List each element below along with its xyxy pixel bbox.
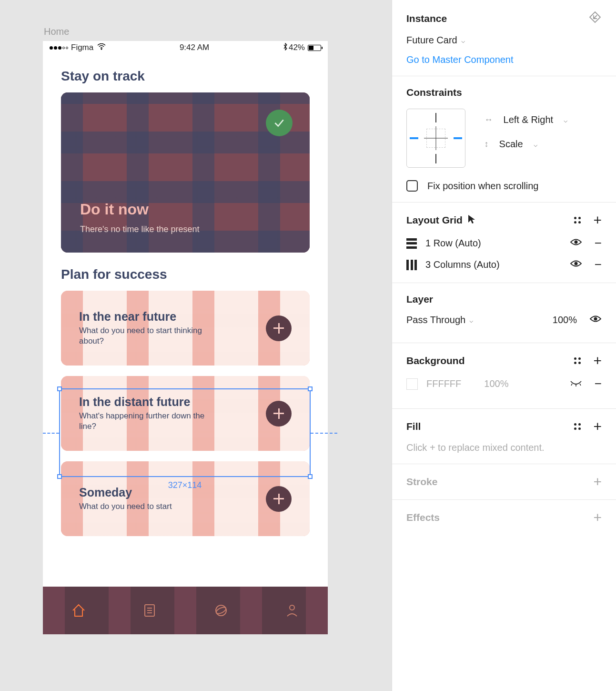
- svg-line-13: [580, 384, 581, 386]
- constraint-vertical-select[interactable]: ↕ Scale ⌵: [485, 139, 568, 150]
- big-card-title: Do it now: [80, 201, 149, 218]
- card-title: Someday: [79, 486, 172, 499]
- svg-line-11: [571, 384, 572, 386]
- canvas[interactable]: Home Figma 9:42 AM 42% Stay on: [0, 0, 392, 691]
- svg-point-0: [101, 49, 102, 50]
- battery-pct: 42%: [289, 43, 305, 52]
- grid-col-label: 3 Columns (Auto): [425, 259, 500, 270]
- card-title: In the near future: [79, 310, 222, 324]
- visibility-toggle-icon[interactable]: [570, 238, 582, 249]
- svg-point-7: [290, 605, 294, 610]
- blend-mode-select[interactable]: Pass Through ⌵: [406, 315, 473, 325]
- add-grid-button[interactable]: +: [593, 213, 602, 227]
- fix-position-label: Fix position when scrolling: [427, 181, 538, 192]
- do-it-now-card[interactable]: Do it now There's no time like the prese…: [61, 92, 310, 253]
- layout-grid-panel: Layout Grid + 1 Row (Auto) −: [392, 203, 616, 283]
- add-fill-button[interactable]: +: [593, 419, 602, 434]
- svg-point-9: [574, 262, 577, 265]
- columns-icon: [406, 260, 417, 270]
- future-card-distant[interactable]: In the distant future What's happening f…: [61, 376, 310, 451]
- chevron-down-icon: ⌵: [564, 116, 567, 124]
- future-card-someday[interactable]: Someday What do you need to start: [61, 461, 310, 536]
- remove-grid-button[interactable]: −: [595, 236, 602, 251]
- section-title-plan: Plan for success: [43, 253, 328, 291]
- wifi-icon: [97, 43, 106, 52]
- instance-name: Future Card: [406, 35, 457, 46]
- remove-background-button[interactable]: −: [595, 376, 602, 391]
- battery-icon: [308, 45, 321, 51]
- phone-frame[interactable]: Figma 9:42 AM 42% Stay on track Do it no…: [43, 41, 328, 634]
- effects-panel: Effects +: [392, 500, 616, 535]
- tab-home-icon[interactable]: [69, 600, 89, 620]
- grid-column-item[interactable]: 3 Columns (Auto) −: [406, 257, 602, 272]
- constraints-panel: Constraints ↔ Left & Right ⌵ ↕ Scale ⌵: [392, 76, 616, 203]
- instance-heading: Instance: [406, 13, 447, 24]
- add-effect-button[interactable]: +: [593, 510, 602, 525]
- hidden-eye-icon[interactable]: [570, 378, 582, 389]
- chevron-down-icon: ⌵: [469, 316, 473, 324]
- instance-panel: Instance Future Card ⌵ Go to Master Comp…: [392, 0, 616, 76]
- color-swatch[interactable]: [406, 378, 418, 390]
- signal-icon: [50, 46, 68, 50]
- future-card-near[interactable]: In the near future What do you need to s…: [61, 291, 310, 366]
- fill-panel: Fill + Click + to replace mixed content.: [392, 409, 616, 464]
- tab-list-icon[interactable]: [140, 600, 160, 620]
- vertical-arrow-icon: ↕: [485, 139, 489, 149]
- constraint-h-value: Left & Right: [504, 114, 554, 125]
- carrier-label: Figma: [71, 43, 93, 52]
- status-bar: Figma 9:42 AM 42%: [43, 41, 328, 54]
- card-subtitle: What's happening further down the line?: [79, 411, 222, 432]
- style-picker-icon[interactable]: [574, 357, 581, 364]
- bg-opacity-input[interactable]: 100%: [484, 378, 508, 389]
- stroke-heading: Stroke: [406, 476, 437, 488]
- pin-left[interactable]: [410, 137, 418, 139]
- effects-heading: Effects: [406, 512, 440, 523]
- horizontal-arrow-icon: ↔: [485, 115, 493, 125]
- stroke-panel: Stroke +: [392, 464, 616, 500]
- instance-select[interactable]: Future Card ⌵: [406, 35, 602, 46]
- card-title: In the distant future: [79, 395, 222, 409]
- card-subtitle: What do you need to start thinking about…: [79, 325, 222, 346]
- layer-opacity-input[interactable]: 100%: [553, 315, 577, 325]
- go-to-master-link[interactable]: Go to Master Component: [406, 54, 602, 65]
- rows-icon: [406, 238, 417, 249]
- add-icon[interactable]: [266, 401, 292, 427]
- layer-panel: Layer Pass Through ⌵ 100%: [392, 283, 616, 343]
- add-background-button[interactable]: +: [593, 354, 602, 368]
- constraint-horizontal-select[interactable]: ↔ Left & Right ⌵: [485, 114, 568, 125]
- constraints-heading: Constraints: [406, 87, 602, 98]
- fix-position-checkbox[interactable]: [406, 180, 418, 192]
- add-icon[interactable]: [266, 315, 292, 341]
- clock: 9:42 AM: [180, 43, 209, 52]
- chevron-down-icon: ⌵: [461, 37, 465, 44]
- cursor-icon: [467, 214, 476, 227]
- background-panel: Background + FFFFFF 100% −: [392, 343, 616, 409]
- constraint-widget[interactable]: [406, 109, 465, 168]
- fill-heading: Fill: [406, 421, 421, 432]
- alignment-guide: [43, 433, 59, 434]
- add-stroke-button[interactable]: +: [593, 475, 602, 489]
- frame-label[interactable]: Home: [44, 26, 349, 37]
- tab-profile-icon[interactable]: [282, 600, 302, 620]
- remove-grid-button[interactable]: −: [595, 257, 602, 272]
- bluetooth-icon: [283, 43, 288, 53]
- grid-row-item[interactable]: 1 Row (Auto) −: [406, 236, 602, 251]
- svg-point-8: [574, 241, 577, 244]
- check-icon[interactable]: [266, 110, 293, 136]
- grid-row-label: 1 Row (Auto): [425, 238, 481, 249]
- pin-right[interactable]: [454, 137, 462, 139]
- big-card-subtitle: There's no time like the present: [80, 224, 200, 234]
- layout-grid-heading: Layout Grid: [406, 214, 463, 226]
- chevron-down-icon: ⌵: [534, 141, 537, 148]
- background-heading: Background: [406, 355, 465, 366]
- card-subtitle: What do you need to start: [79, 501, 172, 512]
- style-picker-icon[interactable]: [574, 423, 581, 430]
- add-icon[interactable]: [266, 486, 292, 512]
- style-picker-icon[interactable]: [574, 217, 581, 224]
- visibility-toggle-icon[interactable]: [589, 315, 602, 325]
- tab-explore-icon[interactable]: [211, 600, 231, 620]
- bg-hex-input[interactable]: FFFFFF: [426, 378, 461, 389]
- visibility-toggle-icon[interactable]: [570, 259, 582, 270]
- reset-instance-icon[interactable]: [588, 10, 602, 26]
- inspector-panel: Instance Future Card ⌵ Go to Master Comp…: [392, 0, 616, 691]
